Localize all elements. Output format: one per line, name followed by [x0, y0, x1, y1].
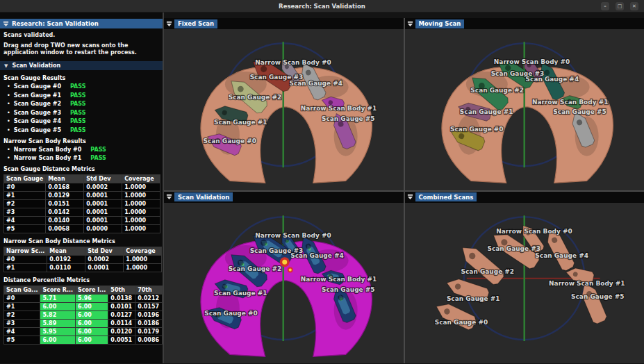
result-label: Narrow Scan Body #0 [14, 147, 82, 153]
table-cell: 6.00 [76, 336, 108, 345]
table-cell: #0 [4, 256, 47, 264]
table-cell: 1.0000 [122, 217, 160, 225]
status-badge: PASS [70, 92, 85, 99]
panel-header[interactable]: Combined Scans [405, 192, 644, 203]
scene-label: Scan Gauge #2 [229, 94, 282, 101]
table-cell: 0.0110 [47, 264, 85, 272]
table-row: #16.006.000.01010.0157 [4, 303, 163, 311]
table-cell: #1 [4, 264, 47, 272]
table-cell: 6.00 [76, 328, 108, 336]
table-cell: 0.0192 [47, 256, 85, 264]
bullet-icon: • [7, 101, 10, 107]
scene-combined-scans: Narrow Scan Body #0Scan Gauge #3Scan Gau… [405, 203, 644, 364]
panel-title: Fixed Scan [174, 19, 217, 28]
sidebar-panel-header[interactable]: Research: Scan Validation [0, 19, 163, 28]
table-cell: 1.0000 [122, 200, 160, 208]
table-cell: #5 [4, 336, 40, 345]
table-cell: 0.0001 [84, 217, 122, 225]
3d-viewport-scan-validation[interactable]: Narrow Scan Body #0Scan Gauge #3Scan Gau… [164, 203, 404, 364]
maximize-button[interactable]: □ [616, 2, 624, 10]
close-button[interactable]: ✕ [630, 2, 638, 10]
table-header-row: Scan Ga...Score R...Score I...50th70th [4, 286, 163, 295]
scene-label: Narrow Scan Body #1 [301, 105, 377, 112]
collapse-icon[interactable] [166, 21, 172, 27]
table-cell: 6.00 [76, 320, 108, 328]
column-header: Std Dev [84, 175, 122, 183]
status-badge: PASS [70, 127, 85, 133]
scene-label: Narrow Scan Body #0 [493, 58, 569, 65]
narrow-metrics-table: Narrow Sc...MeanStd DevCoverage#00.01920… [3, 247, 162, 272]
result-label: Scan Gauge #1 [14, 92, 61, 99]
table-cell: #2 [4, 311, 40, 320]
collapse-icon[interactable] [166, 194, 172, 200]
percentile-metrics-table: Scan Ga...Score R...Score I...50th70th#0… [3, 286, 163, 345]
table-cell: #1 [4, 192, 46, 200]
result-item: •Scan Gauge #1PASS [7, 92, 163, 99]
scene-label: Scan Gauge #2 [229, 265, 282, 272]
bullet-icon: • [7, 92, 10, 99]
table-cell: 0.0114 [108, 320, 135, 328]
table-cell: 5.82 [40, 311, 76, 320]
viewport-panel-scan-validation: Scan ValidationNarrow Scan Body #0Scan G… [164, 192, 404, 364]
scene-label: Narrow Scan Body #0 [255, 231, 331, 238]
table-cell: #5 [4, 225, 46, 233]
table-cell: #4 [4, 328, 40, 336]
result-item: •Scan Gauge #2PASS [7, 101, 163, 107]
column-header: 70th [135, 286, 163, 295]
table-row: #40.01400.00011.0000 [4, 217, 160, 225]
table-cell: #1 [4, 303, 40, 311]
panel-header[interactable]: Scan Validation [164, 192, 404, 203]
panel-header[interactable]: Moving Scan [405, 18, 644, 29]
scan-gauge-results-list: •Scan Gauge #0PASS•Scan Gauge #1PASS•Sca… [0, 83, 163, 133]
sidebar-panel-title: Research: Scan Validation [12, 20, 99, 27]
table-cell: 0.0086 [135, 336, 163, 345]
collapse-icon[interactable] [407, 194, 413, 200]
table-cell: 6.00 [76, 311, 108, 320]
column-header: Std Dev [85, 247, 124, 256]
scene-label: Scan Gauge #1 [214, 290, 267, 297]
status-message: Scans validated. [3, 32, 158, 39]
scene-moving-scan: Narrow Scan Body #0Scan Gauge #3Scan Gau… [405, 29, 644, 190]
3d-viewport-combined-scans[interactable]: Narrow Scan Body #0Scan Gauge #3Scan Gau… [405, 203, 644, 364]
collapse-icon[interactable] [3, 21, 9, 27]
panel-header[interactable]: Fixed Scan [164, 18, 404, 29]
result-item: •Scan Gauge #5PASS [7, 127, 163, 133]
result-item: •Scan Gauge #4PASS [7, 118, 163, 124]
scene-label: Scan Gauge #0 [434, 318, 488, 325]
column-header: Coverage [122, 175, 160, 183]
table-cell: #0 [4, 295, 40, 303]
table-cell: 1.0000 [122, 208, 160, 217]
table-cell: 5.71 [40, 295, 76, 303]
collapse-icon[interactable] [407, 21, 413, 27]
table-row: #35.896.000.01140.0186 [4, 320, 163, 328]
window-titlebar[interactable]: Research: Scan Validation – □ ✕ [0, 0, 644, 13]
window-controls: – □ ✕ [601, 2, 638, 10]
chevron-down-icon: ▼ [4, 63, 8, 69]
table-cell: 6.00 [76, 303, 108, 311]
table-row: #56.006.000.00510.0086 [4, 336, 163, 345]
scene-label: Scan Gauge #0 [204, 309, 258, 316]
scene-label: Scan Gauge #1 [459, 108, 513, 115]
3d-viewport-fixed-scan[interactable]: Narrow Scan Body #0Scan Gauge #3Scan Gau… [164, 29, 404, 190]
column-header: Mean [47, 247, 85, 256]
instruction-message: Drag and drop TWO new scans onto the app… [3, 42, 158, 56]
column-header: Mean [46, 175, 84, 183]
bullet-icon: • [7, 147, 10, 153]
minimize-button[interactable]: – [601, 2, 609, 10]
table-cell: #0 [4, 183, 46, 192]
table-cell: 0.0157 [135, 303, 163, 311]
table-cell: #2 [4, 200, 46, 208]
column-header: Score R... [40, 286, 76, 295]
table-cell: 0.0138 [108, 295, 135, 303]
narrow-results-heading: Narrow Scan Body Results [3, 138, 163, 144]
scene-label: Scan Gauge #0 [203, 138, 256, 144]
scan-validation-section-header[interactable]: ▼ Scan Validation [0, 61, 163, 70]
table-cell: 1.0000 [122, 183, 160, 192]
table-cell: 5.95 [40, 328, 76, 336]
3d-viewport-moving-scan[interactable]: Narrow Scan Body #0Scan Gauge #3Scan Gau… [405, 29, 644, 190]
result-label: Scan Gauge #4 [14, 118, 61, 124]
scene-label: Scan Gauge #0 [450, 126, 504, 133]
table-cell: 1.0000 [124, 264, 162, 272]
scene-fixed-scan: Narrow Scan Body #0Scan Gauge #3Scan Gau… [164, 29, 404, 190]
table-row: #50.00680.00001.0000 [4, 225, 160, 233]
